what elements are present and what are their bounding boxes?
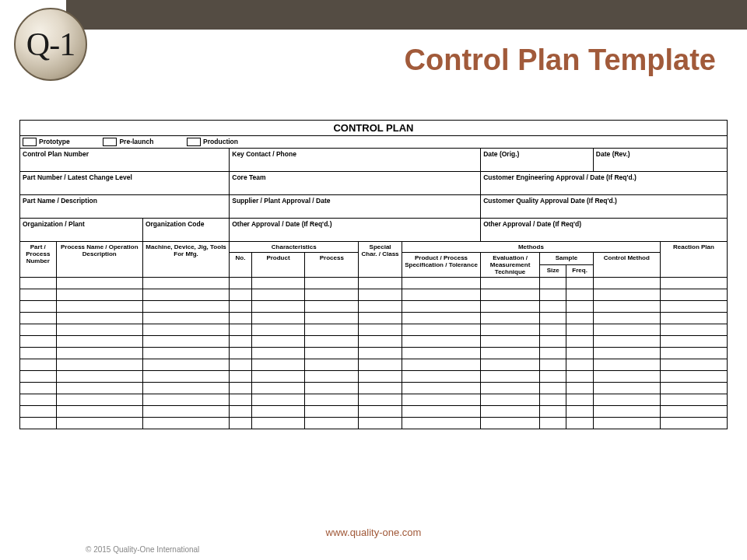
table-cell[interactable]: [402, 301, 480, 313]
prototype-checkbox[interactable]: [23, 138, 37, 146]
field-date-orig[interactable]: Date (Orig.): [481, 149, 594, 172]
table-cell[interactable]: [305, 313, 359, 324]
table-cell[interactable]: [251, 383, 305, 394]
table-cell[interactable]: [660, 289, 727, 301]
table-cell[interactable]: [359, 313, 402, 324]
table-cell[interactable]: [20, 406, 57, 418]
table-cell[interactable]: [481, 301, 540, 313]
table-cell[interactable]: [20, 313, 57, 324]
table-cell[interactable]: [56, 278, 142, 289]
table-cell[interactable]: [142, 359, 229, 371]
table-cell[interactable]: [566, 371, 593, 383]
table-cell[interactable]: [481, 418, 540, 429]
table-cell[interactable]: [660, 394, 727, 406]
table-cell[interactable]: [660, 313, 727, 324]
table-cell[interactable]: [540, 418, 566, 429]
table-cell[interactable]: [359, 289, 402, 301]
table-cell[interactable]: [660, 406, 727, 418]
table-cell[interactable]: [230, 394, 251, 406]
table-cell[interactable]: [251, 406, 305, 418]
table-cell[interactable]: [402, 383, 480, 394]
table-cell[interactable]: [56, 383, 142, 394]
table-cell[interactable]: [402, 348, 480, 359]
table-cell[interactable]: [251, 289, 305, 301]
table-cell[interactable]: [402, 336, 480, 348]
table-cell[interactable]: [359, 359, 402, 371]
table-cell[interactable]: [20, 383, 57, 394]
table-cell[interactable]: [660, 324, 727, 336]
prelaunch-checkbox[interactable]: [103, 138, 117, 146]
table-cell[interactable]: [305, 371, 359, 383]
table-cell[interactable]: [402, 289, 480, 301]
table-cell[interactable]: [660, 348, 727, 359]
table-cell[interactable]: [142, 324, 229, 336]
table-cell[interactable]: [305, 336, 359, 348]
table-cell[interactable]: [402, 278, 480, 289]
table-cell[interactable]: [230, 278, 251, 289]
table-cell[interactable]: [142, 336, 229, 348]
table-cell[interactable]: [481, 324, 540, 336]
table-cell[interactable]: [20, 348, 57, 359]
table-cell[interactable]: [20, 324, 57, 336]
table-cell[interactable]: [540, 383, 566, 394]
table-cell[interactable]: [230, 418, 251, 429]
table-cell[interactable]: [56, 418, 142, 429]
table-cell[interactable]: [251, 301, 305, 313]
table-cell[interactable]: [540, 359, 566, 371]
table-cell[interactable]: [540, 394, 566, 406]
field-core-team[interactable]: Core Team: [230, 172, 481, 195]
table-cell[interactable]: [142, 313, 229, 324]
table-cell[interactable]: [142, 278, 229, 289]
table-cell[interactable]: [660, 301, 727, 313]
table-cell[interactable]: [593, 313, 660, 324]
table-cell[interactable]: [20, 418, 57, 429]
table-cell[interactable]: [251, 278, 305, 289]
table-cell[interactable]: [481, 394, 540, 406]
table-cell[interactable]: [359, 406, 402, 418]
table-cell[interactable]: [56, 301, 142, 313]
table-cell[interactable]: [593, 336, 660, 348]
table-cell[interactable]: [359, 301, 402, 313]
table-cell[interactable]: [566, 348, 593, 359]
table-cell[interactable]: [660, 336, 727, 348]
table-cell[interactable]: [251, 324, 305, 336]
table-cell[interactable]: [56, 313, 142, 324]
table-cell[interactable]: [230, 301, 251, 313]
table-cell[interactable]: [20, 301, 57, 313]
table-cell[interactable]: [540, 336, 566, 348]
table-cell[interactable]: [230, 313, 251, 324]
table-cell[interactable]: [540, 278, 566, 289]
field-key-contact[interactable]: Key Contact / Phone: [230, 149, 481, 172]
table-cell[interactable]: [566, 336, 593, 348]
table-cell[interactable]: [593, 301, 660, 313]
field-cust-eng[interactable]: Customer Engineering Approval / Date (If…: [481, 172, 728, 195]
table-cell[interactable]: [305, 394, 359, 406]
table-cell[interactable]: [251, 359, 305, 371]
table-cell[interactable]: [481, 383, 540, 394]
table-cell[interactable]: [660, 371, 727, 383]
table-cell[interactable]: [251, 336, 305, 348]
table-cell[interactable]: [305, 383, 359, 394]
table-cell[interactable]: [56, 348, 142, 359]
table-cell[interactable]: [593, 418, 660, 429]
table-cell[interactable]: [566, 289, 593, 301]
table-cell[interactable]: [593, 324, 660, 336]
table-cell[interactable]: [56, 359, 142, 371]
table-cell[interactable]: [359, 348, 402, 359]
table-cell[interactable]: [305, 278, 359, 289]
table-cell[interactable]: [305, 324, 359, 336]
table-cell[interactable]: [402, 394, 480, 406]
table-cell[interactable]: [20, 336, 57, 348]
table-cell[interactable]: [359, 336, 402, 348]
table-cell[interactable]: [566, 394, 593, 406]
table-cell[interactable]: [402, 406, 480, 418]
table-cell[interactable]: [593, 359, 660, 371]
table-cell[interactable]: [230, 371, 251, 383]
table-cell[interactable]: [251, 348, 305, 359]
table-cell[interactable]: [593, 394, 660, 406]
table-cell[interactable]: [593, 383, 660, 394]
table-cell[interactable]: [481, 359, 540, 371]
field-date-rev[interactable]: Date (Rev.): [593, 149, 727, 172]
table-cell[interactable]: [305, 301, 359, 313]
table-cell[interactable]: [540, 348, 566, 359]
